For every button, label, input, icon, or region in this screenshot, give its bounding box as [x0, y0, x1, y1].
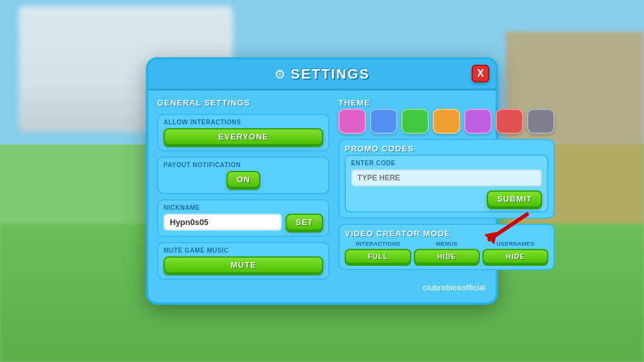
payout-notification-button[interactable]: ON: [226, 171, 260, 188]
left-column: GENERAL SETTINGS ALLOW INTERACTIONS EVER…: [157, 98, 330, 280]
svg-marker-1: [484, 232, 497, 244]
payout-notification-label: PAYOUT NOTIFICATION: [164, 162, 323, 168]
submit-row: SUBMIT: [351, 190, 542, 207]
theme-section: THEME: [338, 98, 555, 134]
usernames-hide-button[interactable]: HIDE: [482, 249, 548, 264]
promo-codes-title: PROMO CODES: [345, 144, 548, 153]
menus-col-label: MENUS: [436, 241, 457, 247]
menus-hide-button[interactable]: HIDE: [414, 249, 480, 264]
swatch-purple[interactable]: [464, 109, 492, 134]
code-input[interactable]: [351, 169, 542, 187]
interactions-col-label: INTERACTIONS: [355, 241, 400, 247]
swatch-green[interactable]: [401, 109, 429, 134]
allow-interactions-button[interactable]: EVERYONE: [164, 128, 323, 145]
gear-icon: ⚙: [274, 67, 286, 82]
nickname-input[interactable]: [164, 214, 282, 231]
red-arrow: [483, 208, 533, 246]
right-column: THEME PROMO CODES ENTER CODE: [338, 98, 555, 280]
nickname-row: SET: [164, 214, 323, 231]
title-bar: ⚙ SETTINGS X: [148, 60, 496, 90]
promo-codes-section: PROMO CODES ENTER CODE SUBMIT: [338, 139, 555, 219]
allow-interactions-box: ALLOW INTERACTIONS EVERYONE: [157, 114, 330, 151]
enter-code-label: ENTER CODE: [351, 160, 542, 167]
dialog-footer: clubrobloxofficial: [148, 280, 496, 292]
allow-interactions-label: ALLOW INTERACTIONS: [164, 119, 323, 126]
video-col-interactions: INTERACTIONS FULL: [345, 241, 411, 264]
nickname-label: NICKNAME: [164, 204, 323, 211]
swatch-orange[interactable]: [433, 109, 460, 134]
settings-dialog: ⚙ SETTINGS X GENERAL SETTINGS ALLOW INTE…: [146, 57, 498, 305]
nickname-box: NICKNAME SET: [157, 199, 330, 237]
video-col-menus: MENUS HIDE: [414, 241, 480, 264]
theme-title: THEME: [338, 98, 555, 107]
mute-button[interactable]: MUTE: [164, 256, 323, 273]
promo-codes-inner: ENTER CODE SUBMIT: [345, 155, 548, 212]
set-button[interactable]: SET: [286, 214, 323, 231]
submit-button[interactable]: SUBMIT: [487, 190, 542, 207]
credit-text: clubrobloxofficial: [423, 283, 486, 292]
swatch-gray[interactable]: [527, 109, 555, 134]
swatch-red[interactable]: [496, 109, 523, 134]
interactions-full-button[interactable]: FULL: [345, 249, 411, 264]
swatch-pink[interactable]: [338, 109, 366, 134]
dialog-body: GENERAL SETTINGS ALLOW INTERACTIONS EVER…: [148, 90, 496, 280]
payout-notification-box: PAYOUT NOTIFICATION ON: [157, 156, 330, 194]
dialog-title: SETTINGS: [291, 66, 370, 82]
swatch-blue[interactable]: [370, 109, 397, 134]
mute-game-music-box: MUTE GAME MUSIC MUTE: [157, 242, 330, 280]
theme-swatches: [338, 109, 555, 134]
close-button[interactable]: X: [472, 65, 489, 82]
mute-game-music-label: MUTE GAME MUSIC: [164, 247, 323, 254]
general-settings-title: GENERAL SETTINGS: [157, 98, 330, 107]
